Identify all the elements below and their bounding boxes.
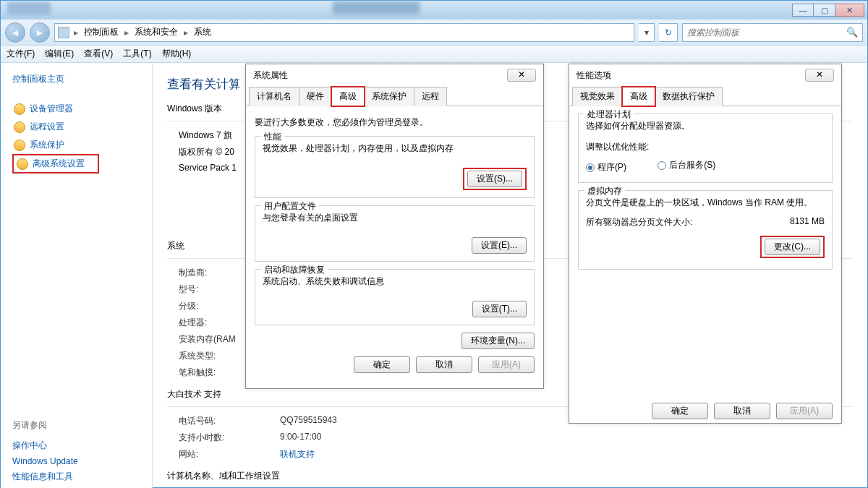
sidebar-item-remote-settings[interactable]: 远程设置 (12, 118, 145, 136)
see-also-performance[interactable]: 性能信息和工具 (12, 468, 145, 485)
label-website: 网站: (179, 448, 280, 461)
maximize-button[interactable]: ▢ (814, 4, 835, 17)
tab-computer-name[interactable]: 计算机名 (249, 87, 299, 106)
breadcrumb-dropdown[interactable]: ▾ (639, 23, 655, 42)
tab-dep[interactable]: 数据执行保护 (655, 87, 723, 106)
window-titlebar: — ▢ ✕ (1, 1, 867, 20)
performance-settings-button[interactable]: 设置(S)... (467, 171, 522, 187)
startup-recovery-settings-button[interactable]: 设置(T)... (472, 301, 527, 317)
group-performance-desc: 视觉效果，处理器计划，内存使用，以及虚拟内存 (263, 142, 527, 155)
dialog-title: 性能选项 (576, 69, 611, 82)
group-startup-recovery-label: 启动和故障恢复 (261, 264, 328, 276)
sidebar-item-system-protection[interactable]: 系统保护 (12, 136, 145, 154)
performance-settings-highlight: 设置(S)... (463, 168, 527, 190)
cancel-button[interactable]: 取消 (714, 403, 770, 419)
sysprops-button-row: 确定 取消 应用(A) (255, 356, 535, 373)
group-user-profiles: 用户配置文件 与您登录有关的桌面设置 设置(E)... (255, 205, 535, 262)
control-panel-home-link[interactable]: 控制面板主页 (12, 73, 145, 85)
shield-icon (14, 140, 25, 151)
menu-edit[interactable]: 编辑(E) (45, 48, 74, 60)
search-box[interactable]: 🔍 (682, 23, 863, 42)
radio-background-services[interactable]: 后台服务(S) (658, 159, 715, 171)
window-controls: — ▢ ✕ (792, 4, 864, 17)
breadcrumb[interactable]: ▸ 控制面板 ▸ 系统和安全 ▸ 系统 (54, 23, 634, 42)
dialog-titlebar: 系统属性 ✕ (246, 64, 543, 86)
system-properties-dialog: 系统属性 ✕ 计算机名 硬件 高级 系统保护 远程 要进行大多数更改，您必须作为… (245, 64, 544, 389)
ok-button[interactable]: 确定 (354, 356, 410, 373)
sidebar-item-advanced-system-settings[interactable]: 高级系统设置 (12, 154, 99, 174)
nav-forward-button[interactable]: ► (30, 22, 50, 43)
group-processor-scheduling-label: 处理器计划 (584, 108, 634, 121)
crumb-control-panel[interactable]: 控制面板 (80, 26, 123, 38)
virtual-memory-desc: 分页文件是硬盘上的一块区域，Windows 当作 RAM 使用。 (586, 197, 825, 209)
apply-button[interactable]: 应用(A) (478, 356, 535, 373)
label-support-hours: 支持小时数: (179, 432, 280, 444)
group-performance-label: 性能 (261, 131, 284, 143)
group-startup-recovery: 启动和故障恢复 系统启动、系统失败和调试信息 设置(T)... (255, 269, 535, 325)
see-also-windows-update[interactable]: Windows Update (12, 454, 145, 468)
group-virtual-memory: 虚拟内存 分页文件是硬盘上的一块区域，Windows 当作 RAM 使用。 所有… (578, 190, 833, 270)
cancel-button[interactable]: 取消 (416, 356, 472, 373)
shield-icon (14, 121, 25, 133)
value-support-hours: 9:00-17:00 (280, 432, 321, 444)
nav-back-button[interactable]: ◄ (5, 22, 25, 43)
dialog-titlebar: 性能选项 ✕ (569, 64, 841, 86)
paging-file-total-label: 所有驱动器总分页文件大小: (586, 216, 790, 228)
dialog-close-button[interactable]: ✕ (507, 69, 536, 82)
tab-system-protection[interactable]: 系统保护 (364, 87, 414, 106)
user-profiles-settings-button[interactable]: 设置(E)... (472, 237, 527, 254)
tab-hardware[interactable]: 硬件 (299, 87, 332, 106)
sidebar: 控制面板主页 设备管理器 远程设置 系统保护 高级系统设置 另请参阅 操作中心 … (1, 63, 153, 488)
title-center-blur (333, 1, 420, 14)
sidebar-item-label: 系统保护 (30, 139, 64, 151)
breadcrumb-sep: ▸ (72, 27, 80, 38)
performance-options-dialog: 性能选项 ✕ 视觉效果 高级 数据执行保护 处理器计划 选择如何分配处理器资源。… (569, 64, 842, 424)
crumb-system[interactable]: 系统 (190, 26, 216, 38)
menu-help[interactable]: 帮助(H) (162, 48, 192, 60)
menu-bar: 文件(F) 编辑(E) 查看(V) 工具(T) 帮助(H) (1, 46, 867, 63)
tab-remote[interactable]: 远程 (414, 87, 447, 106)
menu-tools[interactable]: 工具(T) (123, 48, 151, 60)
address-bar: ◄ ► ▸ 控制面板 ▸ 系统和安全 ▸ 系统 ▾ ↻ 🔍 (1, 20, 867, 46)
label-phone: 电话号码: (179, 415, 280, 427)
dialog-close-button[interactable]: ✕ (805, 69, 834, 82)
processor-scheduling-desc: 选择如何分配处理器资源。 (586, 120, 825, 132)
section-computer-name: 计算机名称、域和工作组设置 (167, 470, 853, 482)
group-virtual-memory-label: 虚拟内存 (584, 185, 625, 197)
tab-advanced[interactable]: 高级 (331, 87, 365, 106)
sysprops-tabs: 计算机名 硬件 高级 系统保护 远程 (246, 86, 543, 106)
radio-dot-icon (658, 161, 666, 170)
admin-note: 要进行大多数更改，您必须作为管理员登录。 (255, 116, 535, 129)
sidebar-item-label: 高级系统设置 (33, 158, 85, 170)
sidebar-item-device-manager[interactable]: 设备管理器 (12, 100, 145, 118)
search-icon: 🔍 (846, 27, 858, 38)
tab-visual-effects[interactable]: 视觉效果 (572, 87, 623, 106)
optimize-label: 调整以优化性能: (586, 141, 825, 153)
search-input[interactable] (687, 27, 846, 38)
radio-dot-icon (586, 163, 595, 172)
environment-variables-button[interactable]: 环境变量(N)... (461, 333, 535, 349)
paging-file-total-value: 8131 MB (790, 216, 825, 228)
sidebar-item-label: 设备管理器 (30, 103, 73, 115)
menu-file[interactable]: 文件(F) (7, 48, 35, 60)
refresh-button[interactable]: ↻ (659, 23, 678, 42)
crumb-system-security[interactable]: 系统和安全 (130, 26, 182, 38)
perfopts-tabs: 视觉效果 高级 数据执行保护 (569, 86, 841, 106)
virtual-memory-change-button[interactable]: 更改(C)... (765, 239, 820, 255)
close-button[interactable]: ✕ (835, 4, 864, 17)
see-also-action-center[interactable]: 操作中心 (12, 437, 145, 454)
value-website-link[interactable]: 联机支持 (280, 448, 315, 461)
group-startup-recovery-desc: 系统启动、系统失败和调试信息 (263, 275, 527, 288)
apply-button[interactable]: 应用(A) (776, 403, 833, 419)
shield-icon (14, 103, 25, 115)
menu-view[interactable]: 查看(V) (84, 48, 113, 60)
radio-programs[interactable]: 程序(P) (586, 161, 626, 174)
breadcrumb-icon (58, 27, 69, 38)
group-user-profiles-label: 用户配置文件 (261, 200, 319, 213)
ok-button[interactable]: 确定 (652, 403, 708, 419)
see-also-heading: 另请参阅 (12, 419, 145, 432)
tab-advanced[interactable]: 高级 (622, 87, 655, 106)
minimize-button[interactable]: — (792, 4, 814, 17)
perfopts-body: 处理器计划 选择如何分配处理器资源。 调整以优化性能: 程序(P) 后台服务(S… (569, 106, 841, 427)
group-performance: 性能 视觉效果，处理器计划，内存使用，以及虚拟内存 设置(S)... (255, 136, 535, 198)
